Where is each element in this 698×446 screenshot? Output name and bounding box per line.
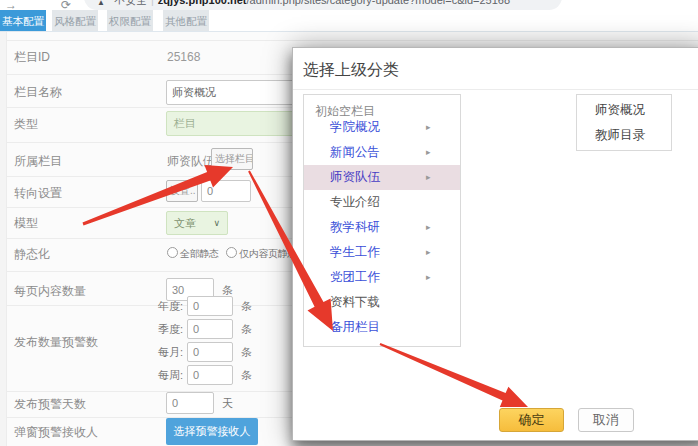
url-text: 不安全|zqjys.php100.net/admin.php/sites/cat… <box>114 0 510 8</box>
warn-days-label: 发布预警天数 <box>14 397 86 411</box>
expand-arrow-icon: ▸ <box>426 115 431 140</box>
tree-item-majors[interactable]: 专业介绍 <box>304 190 460 215</box>
confirm-button[interactable]: 确定 <box>499 408 564 432</box>
dialog-title-divider <box>293 89 698 90</box>
tab-other-config[interactable]: 其他配置 <box>163 10 209 31</box>
radio-all-static-label[interactable]: 全部静态 <box>180 247 219 261</box>
expand-arrow-icon: ▸ <box>426 140 431 165</box>
page-size-label: 每页内容数量 <box>14 284 86 298</box>
quota-week-unit: 条 <box>241 368 252 383</box>
url-path: /admin.php/sites/category-update?model=c… <box>247 0 511 6</box>
model-select[interactable]: 文章 ∨ <box>166 211 228 235</box>
quota-week-input[interactable] <box>187 365 233 385</box>
dialog-title: 选择上级分类 <box>303 60 399 81</box>
parent-column-label: 所属栏目 <box>14 154 62 168</box>
tree-item-label: 专业介绍 <box>330 190 380 215</box>
quota-month-label: 每月: <box>149 345 183 360</box>
tree-item-label: 教学科研 <box>330 215 380 240</box>
tab-style-config[interactable]: 风格配置 <box>52 10 98 31</box>
url-divider: | <box>147 0 158 6</box>
redirect-label: 转向设置 <box>14 186 62 200</box>
select-column-button-label: 选择栏目.. <box>215 152 253 166</box>
select-receiver-button-label: 选择预警接收人 <box>174 424 251 439</box>
type-value: 栏目 <box>174 116 196 131</box>
tree-item-label: 新闻公告 <box>330 140 380 165</box>
cancel-button[interactable]: 取消 <box>578 408 634 432</box>
receiver-label: 弹窗预警接收人 <box>14 425 98 439</box>
redirect-settings-button[interactable]: 设置.. <box>166 180 198 202</box>
column-name-label: 栏目名称 <box>14 85 62 99</box>
not-secure-icon: ▲ <box>97 0 105 7</box>
tree-item-teaching-research[interactable]: 教学科研 ▸ <box>304 215 460 240</box>
tree-item-label: 党团工作 <box>330 265 380 290</box>
tab-permission-config[interactable]: 权限配置 <box>107 10 153 31</box>
chevron-down-icon: ∨ <box>213 218 220 228</box>
tree-item-label: 学院概况 <box>330 115 380 140</box>
left-gutter <box>0 32 7 446</box>
model-select-value: 文章 <box>174 216 196 231</box>
tab-basic-config[interactable]: 基本配置 <box>0 10 46 31</box>
quota-quarter-unit: 条 <box>241 322 252 337</box>
forward-icon[interactable]: → <box>5 0 17 10</box>
tree-item-student-work[interactable]: 学生工作 ▸ <box>304 240 460 265</box>
model-label: 模型 <box>14 216 38 230</box>
tree-item-label: 资料下载 <box>330 290 380 315</box>
quota-month-unit: 条 <box>241 345 252 360</box>
tree-item-label: 学生工作 <box>330 240 380 265</box>
quota-quarter-label: 季度: <box>149 322 183 337</box>
warn-days-input[interactable] <box>166 392 214 414</box>
url-field[interactable]: ▲ 不安全|zqjys.php100.net/admin.php/sites/c… <box>84 0 562 10</box>
tree-item-downloads[interactable]: 资料下载 <box>304 290 460 315</box>
row-divider <box>7 40 698 41</box>
column-id-value: 25168 <box>167 50 200 64</box>
tree-item-college-overview[interactable]: 学院概况 ▸ <box>304 115 460 140</box>
browser-address-bar: → ⟳ ▲ 不安全|zqjys.php100.net/admin.php/sit… <box>0 0 698 10</box>
quota-year-label: 年度: <box>149 299 183 314</box>
static-label: 静态化 <box>14 247 50 261</box>
tree-item-party-work[interactable]: 党团工作 ▸ <box>304 265 460 290</box>
cancel-button-label: 取消 <box>593 411 619 429</box>
url-domain: zqjys.php100.net <box>158 0 247 6</box>
quota-quarter-input[interactable] <box>187 319 233 339</box>
category-tree-panel: 初始空栏目 学院概况 ▸ 新闻公告 ▸ 师资队伍 ▸ 专业介绍 教学科研 ▸ 学… <box>303 94 461 347</box>
expand-arrow-icon: ▸ <box>426 265 431 290</box>
column-id-label: 栏目ID <box>14 50 50 64</box>
subcategory-item-teacher-directory[interactable]: 教师目录 <box>595 123 645 147</box>
quota-week-label: 每周: <box>149 368 183 383</box>
not-secure-label: 不安全 <box>114 0 147 6</box>
quota-year-input[interactable] <box>187 296 233 316</box>
type-label: 类型 <box>14 117 38 131</box>
tree-item-label: 备用栏目 <box>330 315 380 340</box>
quota-month-input[interactable] <box>187 342 233 362</box>
confirm-button-label: 确定 <box>519 411 545 429</box>
radio-all-static[interactable] <box>167 247 178 258</box>
warn-days-unit: 天 <box>222 396 233 411</box>
reload-icon[interactable]: ⟳ <box>61 0 71 10</box>
subcategory-item-faculty-overview[interactable]: 师资概况 <box>595 98 645 122</box>
select-receiver-button[interactable]: 选择预警接收人 <box>166 418 258 445</box>
expand-arrow-icon: ▸ <box>426 165 431 190</box>
quota-year-unit: 条 <box>241 299 252 314</box>
redirect-input[interactable] <box>201 180 251 202</box>
subcategory-panel: 师资概况 教师目录 <box>576 94 672 151</box>
redirect-settings-button-label: 设置.. <box>170 184 196 198</box>
quota-label: 发布数量预警数 <box>14 335 98 349</box>
tree-item-faculty-team[interactable]: 师资队伍 ▸ <box>304 165 460 190</box>
tree-item-backup-column[interactable]: 备用栏目 <box>304 315 460 340</box>
tree-item-news[interactable]: 新闻公告 ▸ <box>304 140 460 165</box>
select-column-button[interactable]: 选择栏目.. <box>211 148 253 170</box>
expand-arrow-icon: ▸ <box>426 240 431 265</box>
radio-content-static[interactable] <box>226 247 237 258</box>
select-parent-category-dialog: 选择上级分类 初始空栏目 学院概况 ▸ 新闻公告 ▸ 师资队伍 ▸ 专业介绍 教… <box>292 47 698 441</box>
expand-arrow-icon: ▸ <box>426 215 431 240</box>
tree-item-label: 师资队伍 <box>330 165 380 190</box>
